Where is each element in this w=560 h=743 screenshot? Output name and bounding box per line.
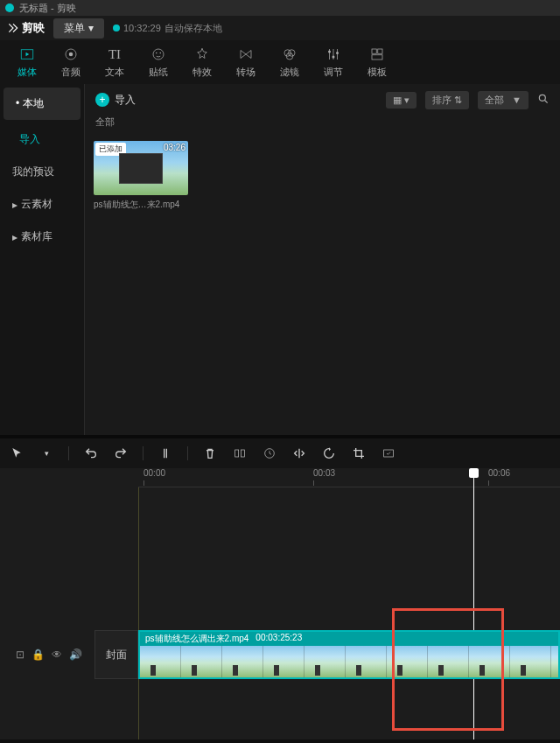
transition-icon bbox=[237, 46, 255, 63]
ruler-tick: 00:00 bbox=[144, 468, 165, 478]
media-content: + 导入 ▦▾ 排序⇅ 全部 ▼ 全部 已添加 03:26 ps辅助线怎…来2.… bbox=[85, 84, 560, 435]
tab-audio[interactable]: 音频 bbox=[49, 42, 93, 82]
cursor-tool[interactable] bbox=[9, 445, 24, 461]
time-ruler[interactable]: 00:00 00:03 00:06 bbox=[138, 468, 560, 487]
svg-rect-13 bbox=[378, 49, 382, 53]
category-tabs: 媒体 音频 TI 文本 贴纸 特效 转场 滤镜 调节 模板 bbox=[0, 40, 560, 84]
split-tool[interactable] bbox=[158, 445, 173, 461]
svg-point-9 bbox=[328, 51, 331, 53]
svg-point-10 bbox=[332, 56, 335, 59]
search-button[interactable] bbox=[537, 93, 550, 108]
sidebar-item-presets[interactable]: 我的预设 bbox=[0, 156, 84, 188]
cover-button[interactable]: 封面 bbox=[94, 630, 138, 679]
window-titlebar: 无标题 - 剪映 bbox=[0, 0, 560, 16]
view-mode-button[interactable]: ▦▾ bbox=[386, 92, 416, 109]
clip-thumbnails bbox=[140, 646, 558, 677]
svg-point-4 bbox=[156, 53, 158, 54]
filter-all-button[interactable]: 全部 ▼ bbox=[478, 91, 528, 109]
tab-sticker[interactable]: 贴纸 bbox=[136, 42, 180, 82]
grid-icon: ▦ bbox=[393, 95, 402, 106]
svg-point-3 bbox=[153, 49, 164, 60]
ruler-tick: 00:03 bbox=[313, 468, 335, 478]
svg-rect-17 bbox=[241, 450, 244, 457]
chevron-right-icon: ▸ bbox=[12, 231, 18, 243]
timeline-panel[interactable]: 00:00 00:03 00:06 ⊡ 🔒 👁 🔊 封面 ps辅助线怎么调出来2… bbox=[0, 468, 560, 739]
tab-media[interactable]: 媒体 bbox=[5, 42, 49, 82]
status-dot-icon bbox=[113, 25, 120, 32]
clip-header: ps辅助线怎么调出来2.mp4 00:03:25:23 bbox=[140, 632, 558, 646]
svg-point-15 bbox=[539, 95, 545, 101]
menu-button[interactable]: 菜单 ▾ bbox=[53, 18, 104, 39]
svg-point-11 bbox=[336, 52, 339, 54]
import-button[interactable]: + 导入 bbox=[95, 93, 136, 108]
sidebar-item-import[interactable]: 导入 bbox=[0, 123, 84, 156]
ai-button[interactable] bbox=[381, 445, 396, 461]
playhead[interactable] bbox=[473, 468, 474, 739]
lock-icon[interactable]: 🔒 bbox=[32, 648, 45, 661]
text-icon: TI bbox=[106, 46, 123, 63]
ripple-delete-button[interactable] bbox=[232, 445, 248, 461]
top-bar: 剪映 菜单 ▾ 10:32:29 自动保存本地 bbox=[0, 16, 560, 40]
mute-icon[interactable]: 🔊 bbox=[69, 648, 82, 661]
tab-template[interactable]: 模板 bbox=[355, 42, 399, 82]
chevron-right-icon: ▸ bbox=[12, 199, 18, 211]
tab-transition[interactable]: 转场 bbox=[224, 42, 268, 82]
timeline-clip[interactable]: ps辅助线怎么调出来2.mp4 00:03:25:23 bbox=[138, 630, 560, 679]
svg-rect-14 bbox=[372, 55, 382, 60]
adjust-icon bbox=[325, 46, 342, 63]
effects-icon bbox=[193, 46, 211, 63]
delete-button[interactable] bbox=[202, 445, 218, 461]
clip-duration: 00:03:25:23 bbox=[256, 633, 302, 645]
tab-effects[interactable]: 特效 bbox=[180, 42, 224, 82]
tab-text[interactable]: TI 文本 bbox=[93, 42, 136, 82]
rotate-button[interactable] bbox=[321, 445, 337, 461]
svg-rect-19 bbox=[384, 450, 394, 457]
mirror-button[interactable] bbox=[291, 445, 307, 461]
timeline-toolbar: ▾ bbox=[0, 438, 560, 468]
svg-rect-16 bbox=[235, 450, 239, 457]
clip-filename: ps辅助线怎么调出来2.mp4 bbox=[145, 633, 248, 645]
content-filter-all[interactable]: 全部 bbox=[85, 116, 560, 136]
plus-icon: + bbox=[95, 93, 109, 107]
template-icon bbox=[368, 46, 386, 63]
redo-button[interactable] bbox=[113, 445, 129, 461]
ruler-tick: 00:06 bbox=[488, 468, 510, 478]
cursor-dropdown[interactable]: ▾ bbox=[38, 445, 54, 461]
svg-rect-12 bbox=[372, 49, 376, 53]
svg-point-2 bbox=[69, 53, 74, 57]
logo-icon bbox=[7, 22, 19, 34]
autosave-status: 10:32:29 自动保存本地 bbox=[113, 22, 222, 35]
sidebar-item-library[interactable]: ▸素材库 bbox=[0, 221, 84, 253]
app-name: 剪映 bbox=[22, 20, 45, 36]
media-sidebar: • 本地 导入 我的预设 ▸云素材 ▸素材库 bbox=[0, 84, 85, 435]
tab-adjust[interactable]: 调节 bbox=[312, 42, 355, 82]
tab-filter[interactable]: 滤镜 bbox=[268, 42, 312, 82]
sticker-icon bbox=[150, 46, 167, 63]
freeze-button[interactable] bbox=[262, 445, 277, 461]
audio-icon bbox=[62, 46, 80, 63]
chevron-down-icon: ▾ bbox=[88, 22, 94, 34]
app-logo[interactable]: 剪映 bbox=[7, 20, 45, 36]
media-icon bbox=[18, 46, 36, 63]
sort-icon: ⇅ bbox=[454, 95, 462, 106]
search-icon bbox=[537, 93, 550, 105]
sidebar-item-cloud[interactable]: ▸云素材 bbox=[0, 188, 84, 221]
media-filename: ps辅助线怎…来2.mp4 bbox=[94, 199, 188, 211]
app-dot-icon bbox=[5, 4, 14, 12]
eye-icon[interactable]: 👁 bbox=[52, 648, 62, 661]
chevron-down-icon: ▾ bbox=[404, 95, 410, 106]
media-thumbnail: 已添加 03:26 bbox=[94, 141, 188, 195]
window-title: 无标题 - 剪映 bbox=[19, 2, 76, 15]
track-options-icon[interactable]: ⊡ bbox=[16, 648, 24, 661]
media-clip-item[interactable]: 已添加 03:26 ps辅助线怎…来2.mp4 bbox=[94, 141, 188, 211]
filter-icon: ▼ bbox=[512, 95, 522, 105]
undo-button[interactable] bbox=[83, 445, 99, 461]
filter-icon bbox=[281, 46, 298, 63]
sort-button[interactable]: 排序⇅ bbox=[425, 91, 469, 109]
crop-button[interactable] bbox=[351, 445, 367, 461]
sidebar-item-local[interactable]: • 本地 bbox=[4, 88, 80, 120]
svg-point-5 bbox=[160, 53, 162, 54]
